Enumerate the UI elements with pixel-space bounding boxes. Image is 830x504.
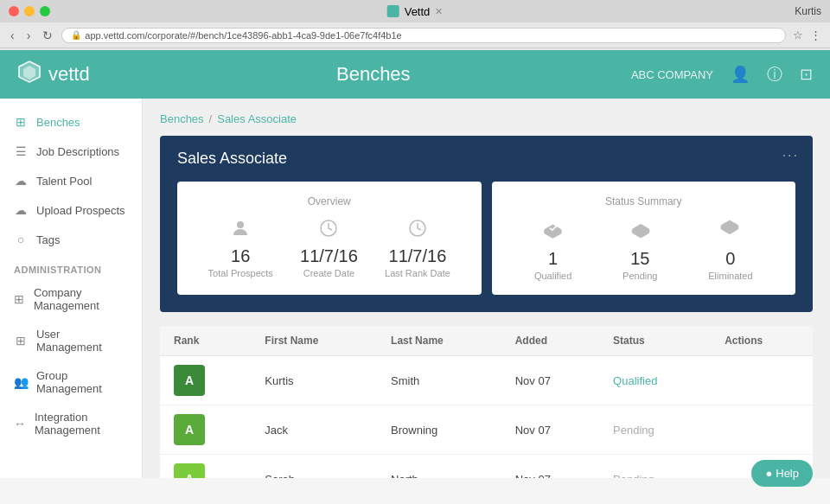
breadcrumb-separator: / — [209, 112, 213, 125]
sidebar-label-upload-prospects: Upload Prospects — [36, 204, 125, 217]
eliminated-label: Eliminated — [708, 271, 752, 281]
breadcrumb-current[interactable]: Sales Associate — [217, 112, 297, 125]
sidebar-item-user-management[interactable]: ⊞ User Management — [0, 320, 142, 361]
company-name: ABC COMPANY — [631, 68, 713, 81]
main-content: Benches / Sales Associate Sales Associat… — [143, 99, 830, 478]
upload-prospects-icon: ☁ — [14, 203, 28, 217]
sidebar-item-integration-management[interactable]: ↔ Integration Management — [0, 403, 142, 444]
address-bar[interactable]: 🔒 app.vettd.com/corporate/#/bench/1ce438… — [61, 28, 786, 43]
browser-chrome: Vettd ✕ Kurtis ‹ › ↻ 🔒 app.vettd.com/cor… — [0, 0, 830, 50]
pending-label: Pending — [622, 271, 657, 281]
sidebar: ⊞ Benches ☰ Job Descriptions ☁ Talent Po… — [0, 99, 143, 478]
breadcrumb: Benches / Sales Associate — [160, 112, 813, 125]
app-header: vettd Benches ABC COMPANY 👤 ⓘ ⊡ — [0, 50, 830, 99]
sidebar-label-user-management: User Management — [36, 328, 128, 354]
col-status: Status — [599, 326, 711, 356]
sidebar-item-job-descriptions[interactable]: ☰ Job Descriptions — [0, 137, 142, 166]
cell-rank: A — [160, 356, 251, 405]
cell-status: Qualified — [599, 356, 711, 405]
col-actions: Actions — [711, 326, 813, 356]
status-stats: 1 Qualified 15 Pending — [509, 218, 779, 281]
status-badge: Pending — [613, 473, 654, 479]
help-label: Help — [776, 467, 799, 478]
lock-icon: 🔒 — [71, 30, 81, 40]
menu-icon[interactable]: ⋮ — [808, 27, 823, 43]
forward-button[interactable]: › — [23, 27, 35, 44]
cell-status: Pending — [599, 405, 711, 455]
eliminated-value: 0 — [708, 249, 752, 269]
cell-first-name: Sarah — [251, 455, 377, 479]
help-button[interactable]: ● Help — [751, 460, 813, 478]
header-center: Benches — [310, 63, 411, 86]
cell-added: Nov 07 — [501, 356, 599, 405]
overview-panel: Overview 16 Total Prospect — [177, 182, 482, 295]
sidebar-label-tags: Tags — [36, 233, 60, 246]
cell-added: Nov 07 — [501, 405, 599, 455]
prospects-icon — [208, 218, 273, 243]
create-date-value: 11/7/16 — [300, 246, 358, 266]
help-icon: ● — [765, 467, 772, 478]
cell-rank: A — [160, 455, 251, 479]
cell-first-name: Kurtis — [251, 356, 377, 405]
card-panels: Overview 16 Total Prospect — [177, 182, 795, 295]
pending-icon — [622, 218, 657, 246]
sidebar-label-benches: Benches — [36, 116, 80, 129]
minimize-btn[interactable] — [24, 6, 35, 16]
profile-icon[interactable]: 👤 — [731, 65, 750, 84]
col-added: Added — [501, 326, 599, 356]
table-body: A Kurtis Smith Nov 07 Qualified A Jack B… — [160, 356, 813, 479]
status-badge: Qualified — [613, 374, 657, 387]
create-date-stat: 11/7/16 Create Date — [300, 218, 358, 278]
total-prospects-stat: 16 Total Prospects — [208, 218, 273, 278]
sidebar-label-company-management: Company Management — [34, 286, 128, 312]
sidebar-item-upload-prospects[interactable]: ☁ Upload Prospects — [0, 195, 142, 225]
cell-last-name: Smith — [377, 356, 501, 405]
maximize-btn[interactable] — [40, 6, 50, 16]
last-rank-date-value: 11/7/16 — [385, 246, 450, 266]
create-date-label: Create Date — [300, 268, 358, 278]
table-row[interactable]: A Sarah North Nov 07 Pending — [160, 455, 813, 479]
sidebar-label-integration-management: Integration Management — [35, 411, 128, 437]
rank-badge: A — [174, 463, 205, 478]
total-prospects-value: 16 — [208, 246, 273, 266]
info-icon[interactable]: ⓘ — [767, 64, 782, 85]
cell-status: Pending — [599, 455, 711, 479]
sidebar-item-group-management[interactable]: 👥 Group Management — [0, 361, 142, 403]
back-button[interactable]: ‹ — [7, 27, 18, 44]
sidebar-item-tags[interactable]: ○ Tags — [0, 225, 142, 254]
table-row[interactable]: A Jack Browning Nov 07 Pending — [160, 405, 813, 455]
logo-icon — [17, 60, 42, 89]
refresh-button[interactable]: ↻ — [39, 27, 56, 44]
tab-close-btn[interactable]: ✕ — [435, 6, 443, 17]
bench-menu-button[interactable]: ··· — [782, 148, 799, 163]
sidebar-item-benches[interactable]: ⊞ Benches — [0, 107, 142, 137]
sidebar-item-company-management[interactable]: ⊞ Company Management — [0, 278, 142, 320]
last-rank-date-icon — [385, 218, 450, 243]
tab-favicon — [387, 5, 399, 17]
logo-text: vettd — [48, 63, 90, 86]
status-label: Status Summary — [509, 195, 779, 207]
tab-title: Vettd ✕ — [387, 5, 444, 18]
svg-point-2 — [237, 221, 244, 228]
qualified-icon — [534, 218, 571, 246]
job-descriptions-icon: ☰ — [14, 144, 28, 158]
cell-added: Nov 07 — [501, 455, 599, 479]
bench-card: Sales Associate ··· Overview — [160, 136, 813, 312]
breadcrumb-parent[interactable]: Benches — [160, 112, 204, 125]
sidebar-label-job-descriptions: Job Descriptions — [36, 145, 119, 158]
bench-title: Sales Associate — [177, 150, 795, 168]
create-date-icon — [300, 218, 358, 243]
bookmark-icon[interactable]: ☆ — [791, 27, 805, 43]
close-btn[interactable] — [9, 6, 19, 16]
signout-icon[interactable]: ⊡ — [800, 65, 813, 84]
table-row[interactable]: A Kurtis Smith Nov 07 Qualified — [160, 356, 813, 405]
browser-toolbar: ☆ ⋮ — [791, 27, 823, 43]
app: vettd Benches ABC COMPANY 👤 ⓘ ⊡ ⊞ Benche… — [0, 50, 830, 478]
overview-label: Overview — [195, 195, 464, 207]
last-rank-date-label: Last Rank Date — [385, 268, 450, 278]
qualified-stat: 1 Qualified — [534, 218, 571, 281]
eliminated-stat: 0 Eliminated — [708, 218, 752, 281]
prospects-table: Rank First Name Last Name Added Status A… — [160, 326, 813, 478]
sidebar-item-talent-pool[interactable]: ☁ Talent Pool — [0, 166, 142, 195]
group-management-icon: 👥 — [14, 375, 28, 389]
